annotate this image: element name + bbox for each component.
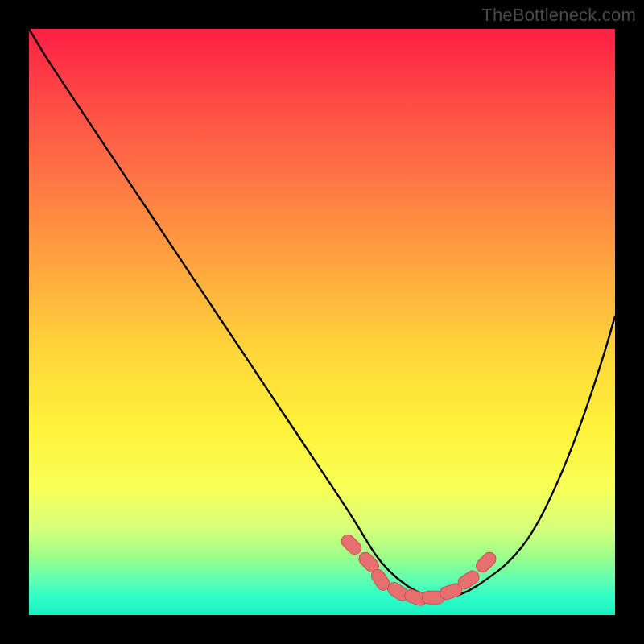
watermark-text: TheBottleneck.com xyxy=(481,5,636,26)
chart-plot-area xyxy=(29,29,615,615)
highlight-marker xyxy=(473,550,498,575)
bottleneck-highlight-markers xyxy=(339,532,499,607)
chart-svg xyxy=(29,29,615,615)
highlight-marker xyxy=(339,532,364,557)
bottleneck-curve xyxy=(29,29,615,597)
chart-frame: TheBottleneck.com xyxy=(0,0,644,644)
